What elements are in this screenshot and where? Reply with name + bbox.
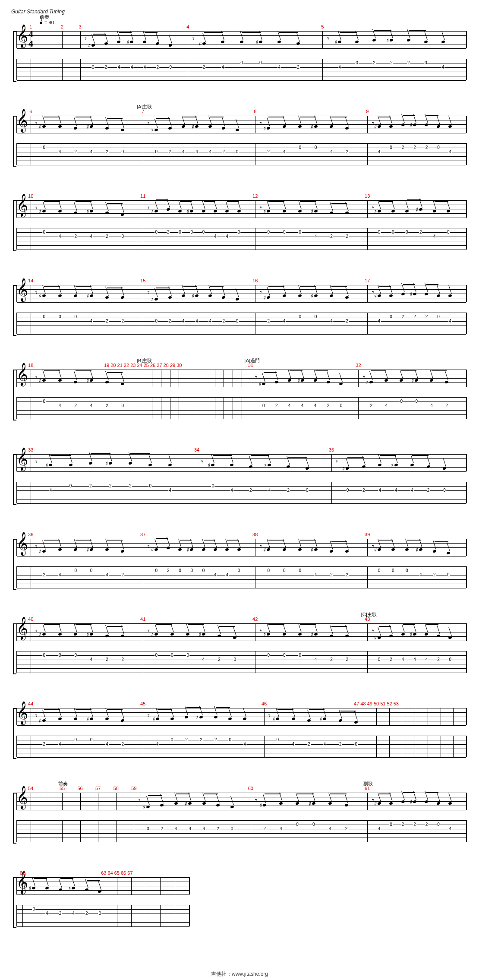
bar-number: 41	[140, 616, 145, 622]
note-head	[121, 719, 125, 722]
note-head	[148, 463, 152, 467]
note-head	[345, 126, 349, 130]
note-head	[181, 294, 185, 297]
note-head	[105, 126, 109, 130]
treble-clef-icon: 𝄞	[16, 534, 28, 553]
treble-clef-icon: 𝄞	[16, 111, 28, 130]
bar-number: 6	[29, 109, 32, 114]
system-brace	[13, 877, 16, 928]
note-head	[143, 40, 147, 44]
note-head	[230, 463, 233, 467]
note-head	[377, 548, 381, 551]
note-head	[413, 292, 416, 296]
note-head	[216, 803, 220, 807]
note-head	[202, 802, 206, 805]
staff-line: 𝄞36𝄾♯♯37𝄾♯♯38𝄾♯♯39𝄾♯♯2400420200044000042…	[9, 527, 470, 596]
tablature-staff: 0004220004200004220244420	[16, 651, 467, 673]
note-head	[401, 123, 405, 126]
note-head	[419, 208, 422, 211]
note-head	[208, 294, 212, 297]
note-head	[369, 380, 373, 384]
system-brace	[13, 623, 16, 674]
note-head	[105, 634, 109, 638]
note-head	[71, 886, 75, 890]
bar-number: 3	[79, 24, 82, 29]
note-head	[425, 800, 429, 803]
system-brace	[13, 793, 16, 844]
note-head	[190, 548, 194, 551]
note-head	[58, 125, 62, 128]
note-head	[314, 125, 318, 128]
note-head	[425, 123, 429, 126]
tablature-staff: 04242002000440000422000240	[16, 228, 467, 250]
treble-clef-icon: 𝄞	[16, 703, 28, 723]
bar-number: 36	[28, 532, 33, 537]
note-head	[170, 632, 174, 636]
note-head	[178, 209, 182, 213]
sharp-accidental-icon: ♯	[410, 291, 412, 298]
note-head	[249, 465, 252, 468]
note-head	[267, 126, 271, 130]
note-head	[329, 211, 333, 215]
staff-line: 𝄞5455前奏56575859𝄾♯♯60𝄾♯♯61副歌𝄾♯♯0244420240…	[9, 781, 470, 850]
bar-number: 2	[61, 24, 63, 29]
note-head	[73, 717, 77, 721]
note-head	[405, 548, 409, 551]
sharp-accidental-icon: ♯	[410, 799, 412, 806]
note-head	[267, 632, 271, 636]
staff-line: 𝄞10𝄾♯♯11𝄾♯♯12𝄾♯♯13𝄾♯♯0424200200044000042…	[9, 188, 470, 257]
note-head	[58, 632, 62, 636]
bar-number: 54	[28, 786, 33, 791]
bar-number: 15	[140, 278, 145, 283]
note-head	[185, 715, 189, 719]
note-head	[267, 548, 271, 551]
bar-number: 62	[20, 870, 25, 876]
system-brace	[13, 285, 16, 336]
note-head	[432, 550, 436, 553]
note-head	[73, 126, 77, 130]
note-head	[89, 379, 93, 382]
section-label: 前奏	[58, 781, 68, 787]
note-head	[214, 715, 217, 719]
system-brace	[13, 708, 16, 759]
note-head	[168, 463, 172, 467]
treble-clef-icon: 𝄞	[16, 364, 28, 384]
note-head	[104, 42, 108, 45]
note-head	[425, 632, 429, 636]
tuning-label: Guitar Standard Tuning	[11, 9, 470, 15]
system-brace	[13, 31, 16, 82]
note-head	[211, 463, 215, 467]
staff-line: 𝄞44𝄾♯♯45𝄾♯♯46𝄾♯♯47 48 49 50 51 52 532400…	[9, 696, 470, 765]
note-head	[377, 125, 381, 128]
note-head	[73, 548, 77, 551]
note-head	[268, 463, 271, 467]
note-head	[345, 296, 349, 299]
note-head	[42, 125, 46, 128]
note-head	[338, 719, 342, 722]
bar-number: 13	[365, 193, 370, 199]
note-head	[42, 632, 46, 636]
note-head	[295, 802, 299, 805]
tablature-staff: 04242002444202400424022204	[16, 143, 467, 165]
note-head	[436, 802, 440, 805]
note-head	[329, 125, 333, 128]
note-head	[190, 209, 194, 213]
note-head	[202, 548, 205, 551]
tablature-staff: 02444202400424022204	[16, 59, 467, 80]
note-head	[225, 209, 229, 213]
note-head	[258, 40, 262, 44]
note-head	[282, 548, 286, 551]
note-head	[58, 209, 62, 213]
note-head	[199, 715, 203, 719]
note-head	[42, 719, 46, 722]
note-head	[89, 717, 93, 721]
notation-staff: 𝄞10𝄾♯♯11𝄾♯♯12𝄾♯♯13𝄾♯♯	[16, 200, 467, 218]
note-head	[267, 209, 271, 213]
note-head	[312, 802, 315, 805]
tablature-staff: 24004202000440000422000420	[16, 566, 467, 588]
note-head	[237, 209, 241, 213]
note-head	[228, 717, 232, 721]
note-head	[32, 886, 35, 890]
bar-number: 60	[248, 786, 253, 791]
note-head	[73, 632, 77, 636]
